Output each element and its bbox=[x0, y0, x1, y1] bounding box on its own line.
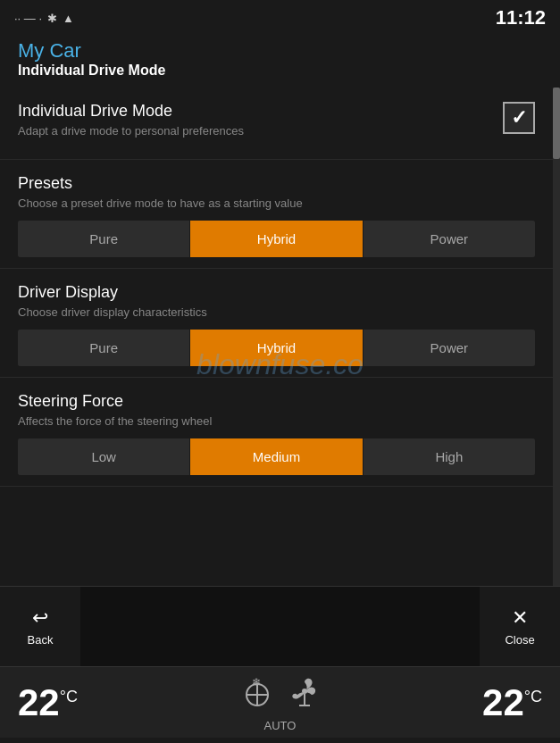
scrollbar[interactable] bbox=[553, 88, 560, 586]
left-temp-number: 22 bbox=[18, 684, 60, 722]
steering-high-button[interactable]: High bbox=[364, 438, 535, 475]
preset-pure-button[interactable]: Pure bbox=[18, 221, 190, 257]
right-temp-number: 22 bbox=[482, 684, 524, 722]
main-content: Individual Drive Mode Adapt a drive mode… bbox=[0, 88, 560, 586]
close-label: Close bbox=[505, 633, 534, 647]
back-button[interactable]: ↩ Back bbox=[0, 587, 80, 666]
section-desc-individual: Adapt a drive mode to personal preferenc… bbox=[18, 124, 503, 138]
nav-spacer bbox=[80, 587, 480, 666]
svg-point-4 bbox=[302, 689, 307, 694]
left-temp-unit: °C bbox=[60, 688, 78, 706]
checkbox-check-icon: ✓ bbox=[511, 106, 527, 129]
section-driver-display: Driver Display Choose driver display cha… bbox=[0, 269, 553, 378]
signal-icon: ·· — · bbox=[14, 12, 42, 25]
auto-label: AUTO bbox=[264, 719, 297, 732]
header: My Car Individual Drive Mode bbox=[0, 32, 560, 88]
bluetooth-icon: ✱ bbox=[47, 12, 57, 25]
preset-hybrid-button[interactable]: Hybrid bbox=[190, 221, 363, 257]
section-desc-steering: Affects the force of the steering wheel bbox=[18, 414, 535, 428]
page-title: Individual Drive Mode bbox=[18, 63, 542, 79]
presets-btn-group: Pure Hybrid Power bbox=[18, 221, 535, 257]
climate-center: ❄ AUTO bbox=[240, 673, 321, 732]
right-temp-unit: °C bbox=[524, 688, 542, 706]
section-title-individual: Individual Drive Mode bbox=[18, 102, 503, 121]
section-desc-presets: Choose a preset drive mode to have as a … bbox=[18, 196, 535, 210]
close-button[interactable]: ✕ Close bbox=[480, 587, 560, 666]
left-temp-display: 22 °C bbox=[18, 684, 78, 722]
fan-icon bbox=[288, 673, 321, 717]
back-icon: ↩ bbox=[32, 606, 48, 630]
section-title-presets: Presets bbox=[18, 174, 535, 193]
gps-icon: ▲ bbox=[63, 12, 74, 25]
display-power-button[interactable]: Power bbox=[364, 330, 535, 366]
section-individual-drive-mode: Individual Drive Mode Adapt a drive mode… bbox=[0, 88, 553, 160]
status-bar: ·· — · ✱ ▲ 11:12 bbox=[0, 0, 560, 32]
bottom-nav: ↩ Back ✕ Close bbox=[0, 586, 560, 666]
preset-power-button[interactable]: Power bbox=[364, 221, 535, 257]
svg-text:❄: ❄ bbox=[252, 676, 261, 689]
section-title-driver-display: Driver Display bbox=[18, 283, 535, 302]
section-presets: Presets Choose a preset drive mode to ha… bbox=[0, 160, 553, 269]
section-desc-driver-display: Choose driver display characteristics bbox=[18, 305, 535, 319]
steering-btn-group: Low Medium High bbox=[18, 438, 535, 475]
climate-bar: 22 °C ❄ bbox=[0, 666, 560, 738]
scroll-area: Individual Drive Mode Adapt a drive mode… bbox=[0, 88, 553, 586]
steering-low-button[interactable]: Low bbox=[18, 438, 190, 475]
status-time: 11:12 bbox=[496, 6, 546, 29]
right-temp-display: 22 °C bbox=[482, 684, 542, 722]
status-icons: ·· — · ✱ ▲ bbox=[14, 12, 74, 25]
close-icon: ✕ bbox=[512, 606, 528, 630]
section-steering-force: Steering Force Affects the force of the … bbox=[0, 378, 553, 487]
display-pure-button[interactable]: Pure bbox=[18, 330, 190, 366]
individual-drive-mode-checkbox[interactable]: ✓ bbox=[503, 102, 535, 134]
climate-icons: ❄ bbox=[240, 673, 321, 717]
steering-medium-button[interactable]: Medium bbox=[190, 438, 363, 475]
section-title-steering: Steering Force bbox=[18, 392, 535, 411]
back-label: Back bbox=[28, 633, 54, 647]
steering-fan-icon: ❄ bbox=[240, 675, 274, 715]
display-hybrid-button[interactable]: Hybrid bbox=[190, 330, 363, 366]
driver-display-btn-group: Pure Hybrid Power bbox=[18, 330, 535, 366]
app-title: My Car bbox=[18, 39, 542, 63]
scrollbar-thumb bbox=[553, 88, 560, 159]
